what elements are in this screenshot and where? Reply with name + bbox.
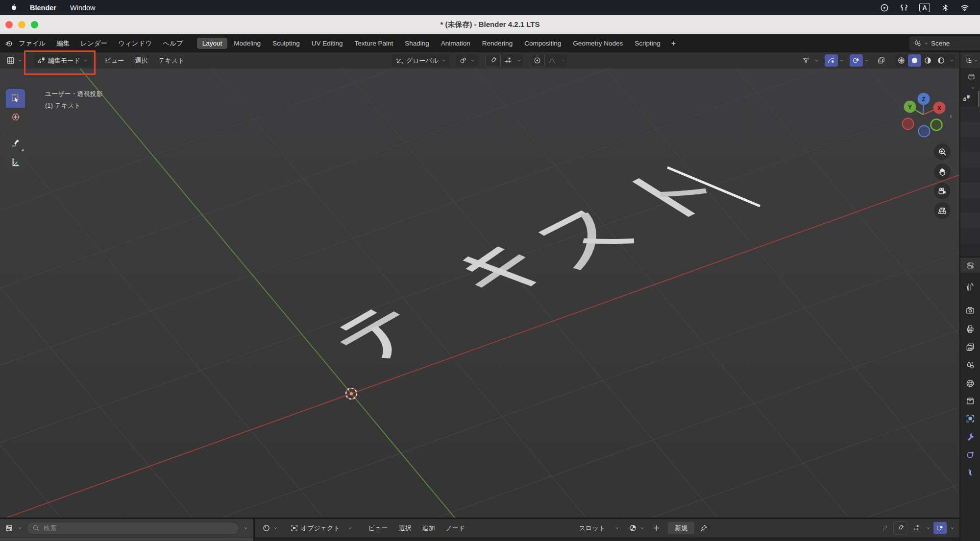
properties-tab-collection[interactable] (960, 393, 980, 409)
chevron-down-icon[interactable] (863, 54, 870, 67)
properties-tab-world[interactable] (960, 375, 980, 392)
visibility-filter-icon[interactable] (800, 54, 813, 67)
chevron-down-icon[interactable] (838, 54, 845, 67)
chevron-down-icon[interactable] (813, 54, 820, 67)
workspace-tab-texture-paint[interactable]: Texture Paint (349, 38, 398, 49)
show-overlays-toggle[interactable] (933, 522, 947, 534)
pan-hand-button[interactable] (934, 164, 951, 180)
menu-select[interactable]: 選択 (394, 524, 416, 533)
shader-type-selector[interactable]: オブジェクト (287, 522, 356, 534)
proportional-falloff-icon[interactable] (545, 54, 559, 67)
properties-tab-render[interactable] (960, 302, 980, 319)
snap-settings-icon[interactable] (909, 524, 923, 532)
cursor-tool[interactable] (6, 108, 25, 126)
show-gizmo-toggle[interactable] (825, 54, 838, 67)
menubar-app-name[interactable]: Blender (30, 4, 56, 12)
workspace-tab-scripting[interactable]: Scripting (629, 38, 666, 49)
properties-tab-tool[interactable] (960, 279, 980, 295)
zoom-button[interactable] (934, 143, 951, 160)
text-object-glyph[interactable] (450, 242, 551, 301)
workspace-tab-uv-editing[interactable]: UV Editing (306, 38, 348, 49)
properties-tab-view-layer[interactable] (960, 339, 980, 355)
text-object-glyph[interactable] (327, 306, 432, 364)
outliner-row[interactable] (960, 183, 980, 198)
menu-select[interactable]: 選択 (130, 56, 152, 65)
shading-solid-button[interactable] (908, 54, 921, 67)
workspace-tab-animation[interactable]: Animation (436, 38, 476, 49)
shading-rendered-button[interactable] (934, 54, 948, 67)
properties-tab-physics[interactable] (960, 447, 980, 463)
add-workspace-button[interactable]: + (666, 39, 681, 48)
chevron-down-icon[interactable] (925, 525, 931, 531)
properties-tab-scene[interactable] (960, 357, 980, 374)
filter-chevron-icon[interactable] (243, 525, 248, 531)
mode-selector[interactable]: 編集モード (34, 54, 92, 67)
properties-tab-output[interactable] (960, 321, 980, 337)
new-material-button[interactable]: 新規 (668, 522, 694, 534)
topbar-menu-4[interactable]: ヘルプ (157, 39, 188, 48)
editor-divider-vertical[interactable] (253, 519, 255, 541)
outliner-row[interactable] (960, 167, 980, 183)
workspace-tab-modeling[interactable]: Modeling (228, 38, 266, 49)
pin-icon[interactable] (696, 524, 711, 532)
menu-text[interactable]: テキスト (154, 56, 189, 65)
menubar-item-window[interactable]: Window (70, 4, 96, 12)
pivot-point-selector[interactable] (456, 54, 479, 67)
chevron-down-icon[interactable] (515, 54, 523, 67)
blender-logo-icon[interactable] (5, 39, 13, 47)
slot-selector[interactable]: スロット (576, 522, 623, 534)
properties-tab-modifiers[interactable] (960, 428, 980, 445)
outliner-row[interactable] (960, 198, 980, 213)
outliner-row[interactable] (960, 107, 980, 122)
proportional-editing-toggle[interactable] (530, 54, 545, 67)
topbar-menu-2[interactable]: レンダー (75, 39, 113, 48)
play-circle-icon[interactable] (880, 3, 889, 12)
shading-wireframe-button[interactable] (895, 54, 908, 67)
editor-type-button[interactable] (259, 522, 282, 534)
menu-add[interactable]: 追加 (417, 524, 439, 533)
scene-selector[interactable]: Scene (909, 36, 980, 50)
editor-divider-horizontal[interactable] (0, 517, 980, 519)
measure-tool[interactable] (6, 153, 25, 171)
toggle-projection-button[interactable] (934, 202, 951, 219)
select-box-tool[interactable] (6, 89, 25, 108)
bluetooth-icon[interactable] (941, 3, 950, 12)
snap-settings-icon[interactable] (501, 54, 515, 67)
menu-view[interactable]: ビュー (364, 524, 392, 533)
menu-view[interactable]: ビュー (100, 56, 129, 65)
chevron-down-icon[interactable] (17, 525, 23, 531)
chevron-down-icon[interactable] (949, 525, 956, 531)
outliner-row[interactable] (960, 137, 980, 152)
chevron-down-icon[interactable] (970, 85, 976, 91)
workspace-tab-rendering[interactable]: Rendering (477, 38, 518, 49)
wifi-icon[interactable] (960, 3, 969, 12)
text-object-glyph[interactable] (531, 210, 637, 269)
properties-tab-constraints[interactable] (960, 464, 980, 481)
transform-orientation-selector[interactable]: グローバル (392, 54, 450, 67)
search-input[interactable]: 検索 (26, 522, 239, 535)
workspace-tab-shading[interactable]: Shading (399, 38, 435, 49)
outliner-row[interactable] (960, 213, 980, 228)
topbar-menu-1[interactable]: 編集 (51, 39, 75, 48)
apple-menu-icon[interactable] (10, 3, 18, 12)
workspace-tab-layout[interactable]: Layout (197, 38, 228, 49)
editor-type-button[interactable] (3, 54, 26, 67)
navigation-gizmo[interactable]: Z Y X (900, 83, 949, 147)
outliner-row[interactable] (960, 228, 980, 243)
material-selector[interactable] (625, 522, 648, 534)
shading-material-button[interactable] (921, 54, 934, 67)
outliner-row[interactable] (960, 152, 980, 167)
editor-properties-icon[interactable] (5, 524, 13, 532)
viewport-3d[interactable]: 編集モード ビュー 選択 テキスト グローバル (0, 52, 959, 519)
menu-node[interactable]: ノード (441, 524, 469, 533)
annotate-tool[interactable] (6, 134, 25, 153)
camera-view-button[interactable] (934, 183, 951, 199)
show-overlays-toggle[interactable] (850, 54, 863, 67)
airpods-icon[interactable] (900, 3, 908, 12)
properties-tab-object[interactable] (960, 410, 980, 427)
xray-toggle[interactable] (875, 54, 888, 67)
workspace-tab-sculpting[interactable]: Sculpting (267, 38, 305, 49)
input-source-badge[interactable]: A (919, 3, 930, 12)
outliner-row[interactable] (960, 122, 980, 137)
snap-toggle[interactable] (893, 521, 907, 535)
